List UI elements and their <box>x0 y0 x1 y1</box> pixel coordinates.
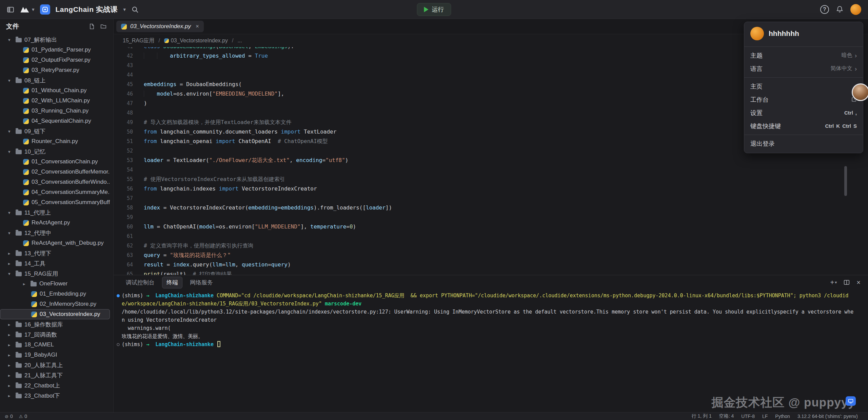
tree-folder[interactable]: ▸OneFlower <box>0 279 110 289</box>
tree-folder[interactable]: ▾10_记忆 <box>0 146 110 157</box>
tree-folder[interactable]: ▸13_代理下 <box>0 248 110 258</box>
status-item[interactable]: UTF-8 <box>741 414 755 419</box>
folder-icon <box>16 252 22 256</box>
status-item[interactable]: LF <box>762 414 768 419</box>
python-file-icon <box>23 57 29 63</box>
error-icon: ⊘ <box>5 414 8 419</box>
tree-file[interactable]: 01_Pydantic_Parser.py <box>0 45 110 55</box>
tree-file[interactable]: 01_Without_Chain.py <box>0 85 110 96</box>
notifications-bell-icon[interactable] <box>836 5 844 13</box>
chevron-right-icon: ▸ <box>8 332 16 337</box>
editor-tab[interactable]: 03_VectorstoreIndex.py × <box>116 21 204 32</box>
breadcrumb-item[interactable]: 03_VectorstoreIndex.py <box>164 38 228 44</box>
tree-folder[interactable]: ▸17_回调函数 <box>0 329 110 340</box>
menu-item-workspace[interactable]: 工作台 <box>744 93 863 106</box>
tree-folder[interactable]: ▸18_CAMEL <box>0 340 110 350</box>
breadcrumb-item[interactable]: 15_RAG应用 <box>123 37 154 44</box>
status-item[interactable]: 行 1, 列 1 <box>692 413 712 419</box>
code-line: 60llm = ChatOpenAI(model=os.environ["LLM… <box>114 222 868 232</box>
run-button[interactable]: 运行 <box>417 3 451 16</box>
menu-item-settings[interactable]: 设置Ctrl, <box>744 106 863 119</box>
status-item[interactable]: 空格: 4 <box>719 413 734 419</box>
sidebar-toggle-icon[interactable] <box>7 6 14 13</box>
tree-folder[interactable]: ▸21_人脉工具下 <box>0 370 110 380</box>
tree-file[interactable]: 01_Embedding.py <box>0 289 110 299</box>
close-panel-icon[interactable]: × <box>856 279 861 286</box>
chevron-down-icon: ▾ <box>8 271 16 276</box>
tree-file[interactable]: 02_InMemoryStore.py <box>0 299 110 309</box>
chevron-right-icon: ▸ <box>23 281 31 286</box>
tree-file[interactable]: 01_ConversationChain.py <box>0 157 110 167</box>
tree-folder[interactable]: ▸20_人脉工具上 <box>0 360 110 370</box>
split-terminal-icon[interactable] <box>844 279 850 285</box>
menu-item-theme[interactable]: 主题暗色› <box>744 49 863 62</box>
breadcrumb-item[interactable]: ... <box>237 38 242 44</box>
line-number: 63 <box>114 251 133 260</box>
ide-window: ▾ LangChain 实战课 ▾ 运行 ? 文件 <box>0 0 868 420</box>
marscode-logo[interactable]: ▾ <box>20 5 35 14</box>
tree-folder[interactable]: ▾12_代理中 <box>0 228 110 238</box>
floating-helper-button[interactable] <box>846 396 856 406</box>
status-item[interactable]: Python <box>775 414 790 419</box>
new-file-icon[interactable] <box>89 23 95 29</box>
panel-tab[interactable]: 终端 <box>162 277 182 288</box>
tree-folder[interactable]: ▸23_Chatbot下 <box>0 391 110 401</box>
tree-file[interactable]: 05_ConversationSummaryBuff... <box>0 197 110 207</box>
assistant-avatar[interactable] <box>852 83 868 101</box>
panel-tab[interactable]: 网络服务 <box>186 277 217 288</box>
tree-file[interactable]: Rounter_Chain.py <box>0 136 110 146</box>
menu-item-logout[interactable]: 退出登录 <box>744 137 863 150</box>
tree-folder[interactable]: ▸16_操作数据库 <box>0 319 110 329</box>
editor-scrollbar[interactable] <box>844 166 847 196</box>
tree-folder[interactable]: ▾07_解析输出 <box>0 35 110 45</box>
line-number: 56 <box>114 184 133 194</box>
tree-folder[interactable]: ▾15_RAG应用 <box>0 268 110 279</box>
folder-icon <box>16 129 22 134</box>
menu-item-language[interactable]: 语言简体中文› <box>744 62 863 75</box>
tree-folder[interactable]: ▸22_Chatbot上 <box>0 380 110 391</box>
tree-file[interactable]: 03_VectorstoreIndex.py <box>0 309 110 319</box>
terminal[interactable]: (shims) → LangChain-shizhanke COMMAND="c… <box>114 289 868 412</box>
project-icon[interactable] <box>40 4 50 15</box>
tree-file[interactable]: 02_With_LLMChain.py <box>0 96 110 106</box>
panel-tab[interactable]: 调试控制台 <box>122 277 159 288</box>
tree-folder[interactable]: ▸14_工具 <box>0 258 110 268</box>
line-number: 44 <box>114 70 133 80</box>
close-tab-icon[interactable]: × <box>196 23 199 30</box>
tree-item-label: 16_操作数据库 <box>24 321 63 328</box>
tree-item-label: ReActAgent.py <box>32 219 70 226</box>
tree-folder[interactable]: ▾09_链下 <box>0 126 110 136</box>
tree-file[interactable]: ReActAgent.py <box>0 218 110 228</box>
tree-file[interactable]: ReActAgent_with_Debug.py <box>0 238 110 248</box>
menu-item-shortcuts[interactable]: 键盘快捷键CtrlKCtrlS <box>744 119 863 133</box>
tree-folder[interactable]: ▸19_BabyAGI <box>0 350 110 360</box>
project-title[interactable]: LangChain 实战课 <box>56 5 118 14</box>
tree-file[interactable]: 02_ConversationBufferMemor... <box>0 167 110 177</box>
tree-file[interactable]: 03_RetryParser.py <box>0 65 110 75</box>
line-number: 65 <box>114 269 133 275</box>
tree-folder[interactable]: ▾08_链上 <box>0 75 110 85</box>
problems-warnings[interactable]: ⚠ 0 <box>19 414 27 419</box>
tab-label: 03_VectorstoreIndex.py <box>130 23 191 30</box>
line-number: 41 <box>114 47 133 51</box>
tree-folder[interactable]: ▾11_代理上 <box>0 207 110 218</box>
tree-file[interactable]: 04_ConversationSummaryMe... <box>0 187 110 197</box>
tree-file[interactable]: 03_ConversationBufferWindo... <box>0 177 110 187</box>
tree-file[interactable]: 02_OutputFixParser.py <box>0 55 110 65</box>
line-number: 49 <box>114 118 133 127</box>
project-chevron-down-icon[interactable]: ▾ <box>123 6 126 13</box>
problems-errors[interactable]: ⊘ 0 <box>5 414 13 419</box>
chevron-right-icon: ▸ <box>8 342 16 347</box>
status-item[interactable]: 3.12.2 64-bit ('shims': pyenv) <box>797 414 858 419</box>
folder-icon <box>16 353 22 358</box>
new-folder-icon[interactable] <box>100 23 106 29</box>
tree-file[interactable]: 04_SequentialChain.py <box>0 116 110 126</box>
search-icon[interactable] <box>131 6 139 13</box>
tree-file[interactable]: 03_Running_Chain.py <box>0 106 110 116</box>
user-avatar[interactable] <box>850 4 861 15</box>
line-number: 52 <box>114 146 133 156</box>
new-terminal-button[interactable]: + ▾ <box>830 279 837 286</box>
menu-item-home[interactable]: 主页 <box>744 80 863 93</box>
help-icon[interactable]: ? <box>820 5 829 14</box>
run-button-label: 运行 <box>432 5 444 14</box>
